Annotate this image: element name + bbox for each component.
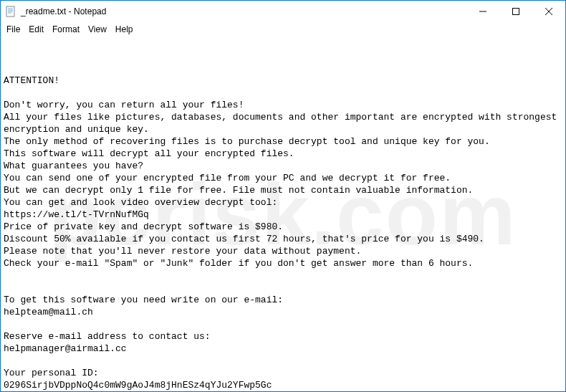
menu-file[interactable]: File bbox=[2, 23, 24, 36]
maximize-icon bbox=[512, 8, 519, 15]
menu-help[interactable]: Help bbox=[111, 23, 138, 36]
maximize-button[interactable] bbox=[499, 1, 532, 22]
document-text: ATTENTION! Don't worry, you can return a… bbox=[4, 75, 562, 391]
titlebar-buttons bbox=[466, 1, 565, 22]
menu-view[interactable]: View bbox=[84, 23, 111, 36]
minimize-icon bbox=[479, 8, 486, 15]
menu-edit[interactable]: Edit bbox=[24, 23, 48, 36]
notepad-icon bbox=[5, 6, 16, 17]
minimize-button[interactable] bbox=[466, 1, 499, 22]
notepad-window: _readme.txt - Notepad File Edit bbox=[0, 0, 566, 392]
menubar: File Edit Format View Help bbox=[1, 22, 565, 37]
close-icon bbox=[545, 8, 552, 15]
window-title: _readme.txt - Notepad bbox=[21, 6, 466, 16]
menu-format[interactable]: Format bbox=[48, 23, 84, 36]
close-button[interactable] bbox=[532, 1, 565, 22]
svg-rect-6 bbox=[513, 9, 519, 15]
text-area[interactable]: pcrisk.com ATTENTION! Don't worry, you c… bbox=[1, 37, 565, 391]
titlebar: _readme.txt - Notepad bbox=[1, 1, 565, 22]
